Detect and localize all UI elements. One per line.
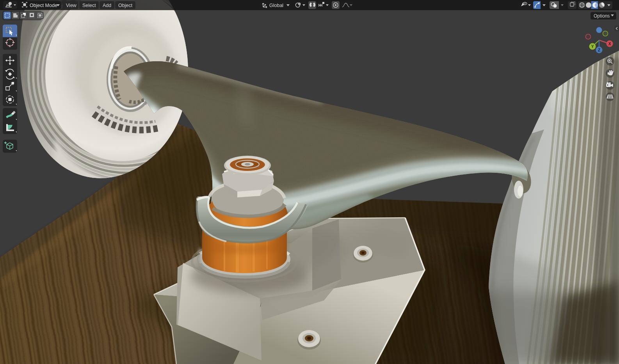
svg-text:Y: Y [591,44,594,49]
svg-text:Z: Z [598,48,600,52]
svg-text:Select: Select [82,3,96,8]
svg-text:Options: Options [594,13,610,19]
svg-text:Add: Add [103,3,111,8]
svg-text:View: View [66,3,77,8]
svg-text:X: X [608,42,611,46]
svg-text:Object: Object [118,3,133,8]
svg-text:Global: Global [269,3,283,8]
svg-text:Object Mode: Object Mode [30,3,57,8]
